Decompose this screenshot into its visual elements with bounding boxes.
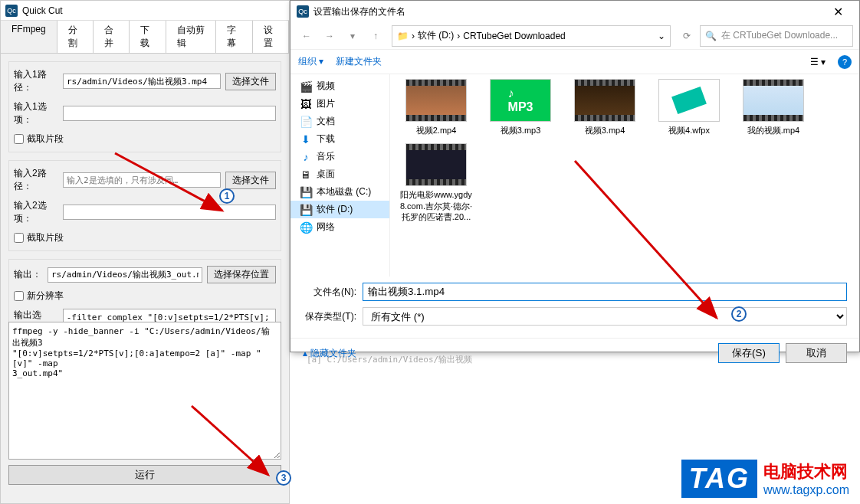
- tree-downloads[interactable]: ⬇下载: [290, 130, 389, 148]
- disk-icon: 💾: [300, 186, 312, 198]
- app-icon: Qc: [5, 5, 18, 17]
- tree-videos[interactable]: 🎬视频: [290, 77, 389, 95]
- refresh-icon[interactable]: ⟳: [677, 26, 697, 46]
- folder-tree: 🎬视频 🖼图片 📄文档 ⬇下载 ♪音乐 🖥桌面 💾本地磁盘 (C:) 💾软件 (…: [290, 74, 390, 277]
- dialog-actions: ▴ 隐藏文件夹 保存(S) 取消: [290, 338, 859, 368]
- input2-opts-label: 输入2选项：: [14, 199, 58, 225]
- breadcrumb[interactable]: 📁 › 软件 (D:) › CRTubeGet Downloaded ⌄: [392, 25, 671, 47]
- savetype-label: 保存类型(T):: [303, 310, 363, 323]
- up-icon[interactable]: ↑: [366, 26, 386, 46]
- run-button[interactable]: 运行: [8, 465, 281, 485]
- tag-url: www.tagxp.com: [763, 483, 849, 497]
- tree-disk-c[interactable]: 💾本地磁盘 (C:): [290, 183, 389, 201]
- input1-opts[interactable]: [63, 106, 276, 121]
- hide-folders-link[interactable]: ▴ 隐藏文件夹: [303, 347, 356, 360]
- file-item[interactable]: 视频3.mp4: [566, 79, 643, 136]
- input1-select-file-btn[interactable]: 选择文件: [225, 73, 276, 90]
- clip1-label: 截取片段: [27, 133, 64, 146]
- desktop-icon: 🖥: [300, 169, 312, 181]
- watermark: TAG 电脑技术网 www.tagxp.com: [681, 460, 849, 498]
- file-name: 阳光电影www.ygdy8.com.吉尔莫·德尔·托罗的匹诺曹.20...: [398, 189, 474, 222]
- organize-button[interactable]: 组织 ▾: [298, 55, 323, 68]
- newres-checkbox[interactable]: [14, 291, 24, 301]
- annotation-marker-2: 2: [731, 306, 747, 322]
- annotation-marker-1: 1: [219, 188, 235, 204]
- output-label: 输出：: [14, 268, 43, 281]
- new-folder-button[interactable]: 新建文件夹: [336, 55, 382, 68]
- document-icon: 📄: [300, 116, 312, 128]
- tree-documents[interactable]: 📄文档: [290, 113, 389, 130]
- input1-opts-label: 输入1选项：: [14, 100, 58, 126]
- cancel-button[interactable]: 取消: [786, 343, 847, 363]
- filename-label: 文件名(N):: [303, 286, 363, 299]
- tag-cn: 电脑技术网: [763, 460, 849, 483]
- search-box[interactable]: 🔍 在 CRTubeGet Downloade...: [700, 25, 853, 47]
- file-name: 视频3.mp3: [501, 125, 541, 136]
- tree-disk-d[interactable]: 💾软件 (D:): [290, 201, 389, 218]
- chevron-down-icon[interactable]: ⌄: [658, 31, 665, 41]
- search-placeholder: 在 CRTubeGet Downloade...: [721, 29, 838, 42]
- tree-network[interactable]: 🌐网络: [290, 218, 389, 236]
- clip2-checkbox[interactable]: [14, 233, 24, 243]
- qc-titlebar: Qc Quick Cut: [1, 1, 289, 21]
- dialog-nav: ← → ▾ ↑ 📁 › 软件 (D:) › CRTubeGet Download…: [290, 22, 859, 50]
- tab-download[interactable]: 下载: [130, 21, 166, 53]
- tree-pictures[interactable]: 🖼图片: [290, 95, 389, 113]
- filename-input[interactable]: [363, 283, 847, 301]
- tag-logo-box: TAG: [681, 460, 757, 498]
- dialog-titlebar: Qc 设置输出保存的文件名 ✕: [290, 1, 859, 22]
- newres-label: 新分辨率: [27, 290, 64, 303]
- video-icon: 🎬: [300, 80, 312, 93]
- input2-select-file-btn[interactable]: 选择文件: [225, 172, 276, 189]
- input2-path[interactable]: [63, 172, 221, 188]
- input2-label: 输入2路径：: [14, 167, 58, 193]
- tab-subtitle[interactable]: 字幕: [216, 21, 252, 53]
- qc-tabs: FFmpeg 分割 合并 下载 自动剪辑 字幕 设置: [1, 21, 289, 54]
- save-dialog: Qc 设置输出保存的文件名 ✕ ← → ▾ ↑ 📁 › 软件 (D:) › CR…: [290, 0, 860, 352]
- breadcrumb-item[interactable]: CRTubeGet Downloaded: [463, 31, 565, 41]
- app-title: Quick Cut: [22, 5, 63, 16]
- quickcut-window: Qc Quick Cut FFmpeg 分割 合并 下载 自动剪辑 字幕 设置 …: [0, 0, 290, 504]
- file-item[interactable]: 视频4.wfpx: [651, 79, 727, 136]
- disk-icon: 💾: [300, 204, 312, 216]
- tree-desktop[interactable]: 🖥桌面: [290, 165, 389, 183]
- save-button[interactable]: 保存(S): [718, 343, 780, 363]
- dialog-toolbar: 组织 ▾ 新建文件夹 ☰ ▾ ?: [290, 50, 859, 74]
- output-path[interactable]: [48, 267, 202, 283]
- back-icon[interactable]: ←: [297, 26, 317, 46]
- tab-settings[interactable]: 设置: [253, 21, 289, 53]
- dialog-title: 设置输出保存的文件名: [313, 5, 405, 18]
- file-item[interactable]: 我的视频.mp4: [735, 79, 812, 136]
- picture-icon: 🖼: [300, 98, 312, 110]
- download-icon: ⬇: [300, 133, 312, 146]
- command-text[interactable]: ffmpeg -y -hide_banner -i "C:/Users/admi…: [8, 322, 281, 460]
- savetype-select[interactable]: 所有文件 (*): [363, 307, 847, 326]
- file-item[interactable]: ♪MP3 视频3.mp3: [482, 79, 559, 136]
- tree-music[interactable]: ♪音乐: [290, 148, 389, 165]
- file-name: 我的视频.mp4: [747, 125, 799, 136]
- file-item[interactable]: 视频2.mp4: [398, 79, 474, 136]
- dropdown-icon[interactable]: ▾: [343, 26, 363, 46]
- tab-autocut[interactable]: 自动剪辑: [166, 21, 217, 53]
- dialog-icon: Qc: [297, 5, 309, 18]
- file-item[interactable]: 阳光电影www.ygdy8.com.吉尔莫·德尔·托罗的匹诺曹.20...: [398, 143, 474, 222]
- input1-path[interactable]: [63, 74, 221, 89]
- search-icon: 🔍: [705, 31, 717, 41]
- network-icon: 🌐: [300, 221, 312, 234]
- forward-icon[interactable]: →: [320, 26, 340, 46]
- breadcrumb-item[interactable]: 软件 (D:): [418, 29, 454, 42]
- music-icon: ♪: [300, 151, 312, 163]
- tab-ffmpeg[interactable]: FFmpeg: [1, 21, 57, 53]
- file-name: 视频2.mp4: [416, 125, 457, 136]
- view-button[interactable]: ☰ ▾: [810, 57, 826, 67]
- command-area: ffmpeg -y -hide_banner -i "C:/Users/admi…: [8, 322, 281, 485]
- tab-merge[interactable]: 合并: [94, 21, 130, 53]
- clip2-label: 截取片段: [27, 231, 64, 244]
- clip1-checkbox[interactable]: [14, 134, 24, 144]
- select-save-location-btn[interactable]: 选择保存位置: [207, 266, 276, 283]
- input2-opts[interactable]: [63, 205, 276, 220]
- annotation-marker-3: 3: [276, 470, 291, 486]
- tab-split[interactable]: 分割: [57, 21, 94, 53]
- help-button[interactable]: ?: [838, 55, 852, 69]
- close-button[interactable]: ✕: [822, 5, 853, 19]
